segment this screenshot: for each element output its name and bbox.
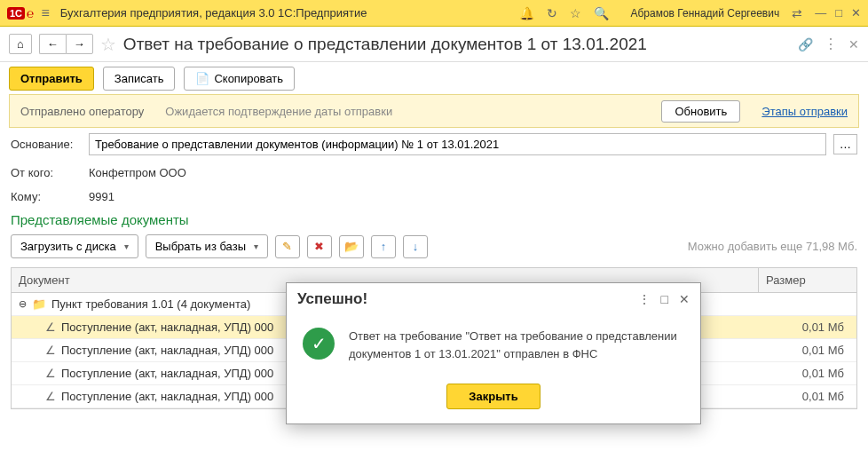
- copy-button[interactable]: 📄Скопировать: [184, 67, 295, 91]
- more-menu-icon[interactable]: ⋮: [820, 36, 841, 52]
- row-size: 0,01 Мб: [761, 367, 849, 380]
- item-icon: ∠: [45, 367, 56, 380]
- user-name[interactable]: Абрамов Геннадий Сергеевич: [630, 7, 779, 20]
- basis-picker-button[interactable]: …: [833, 134, 857, 154]
- basis-row: Основание: …: [0, 128, 868, 161]
- item-icon: ∠: [45, 390, 56, 403]
- document-header: ⌂ ← → ☆ Ответ на требование о представле…: [0, 27, 868, 62]
- edit-button[interactable]: ✎: [275, 235, 300, 258]
- arrow-down-icon: ↓: [413, 240, 419, 253]
- copy-label: Скопировать: [214, 72, 283, 85]
- basis-input[interactable]: [89, 133, 826, 155]
- delete-icon: ✖: [314, 240, 324, 253]
- success-dialog: Успешно! ⋮ □ ✕ ✓ Ответ на требование "От…: [286, 282, 701, 424]
- to-row: Кому: 9991: [0, 185, 868, 209]
- success-check-icon: ✓: [303, 328, 335, 360]
- basis-label: Основание:: [11, 138, 82, 151]
- nav-back-button[interactable]: ←: [39, 34, 66, 54]
- move-down-button[interactable]: ↓: [403, 235, 428, 258]
- favorite-star-icon[interactable]: ☆: [100, 34, 116, 55]
- folder-open-icon: 📂: [344, 240, 359, 253]
- save-button[interactable]: Записать: [103, 67, 176, 91]
- open-folder-button[interactable]: 📂: [339, 235, 364, 258]
- arrow-up-icon: ↑: [381, 240, 387, 253]
- item-icon: ∠: [45, 344, 56, 357]
- minimize-button[interactable]: —: [815, 6, 826, 20]
- pencil-icon: ✎: [282, 240, 292, 253]
- row-size: 0,01 Мб: [761, 321, 849, 334]
- copy-icon: 📄: [195, 72, 209, 85]
- titlebar: 1С℮ ≡ Бухгалтерия предприятия, редакция …: [0, 0, 868, 27]
- dialog-message: Ответ на требование "Ответ на требование…: [349, 328, 684, 362]
- col-size[interactable]: Размер: [759, 268, 856, 292]
- row-size: 0,01 Мб: [761, 344, 849, 357]
- delete-button[interactable]: ✖: [307, 235, 332, 258]
- from-value: Конфетпром ООО: [89, 166, 186, 179]
- dialog-maximize-icon[interactable]: □: [661, 292, 668, 306]
- status-waiting: Ожидается подтверждение даты отправки: [165, 105, 640, 118]
- main-toolbar: Отправить Записать 📄Скопировать: [0, 62, 868, 94]
- section-title: Представляемые документы: [0, 209, 868, 231]
- to-value: 9991: [89, 190, 114, 203]
- dialog-menu-icon[interactable]: ⋮: [638, 292, 651, 306]
- row-size: 0,01 Мб: [761, 390, 849, 403]
- close-window-button[interactable]: ✕: [851, 6, 861, 20]
- dialog-close-button[interactable]: Закрыть: [446, 384, 540, 409]
- collapse-icon[interactable]: ⊖: [19, 298, 27, 310]
- dialog-close-icon[interactable]: ✕: [679, 292, 690, 306]
- app-title: Бухгалтерия предприятия, редакция 3.0 1С…: [60, 6, 520, 20]
- close-tab-button[interactable]: ✕: [848, 37, 859, 51]
- status-bar: Отправлено оператору Ожидается подтвержд…: [9, 94, 859, 128]
- link-icon[interactable]: 🔗: [798, 37, 813, 51]
- search-icon[interactable]: 🔍: [594, 6, 609, 20]
- to-label: Кому:: [11, 190, 82, 203]
- bell-icon[interactable]: 🔔: [519, 6, 534, 20]
- move-up-button[interactable]: ↑: [371, 235, 396, 258]
- send-button[interactable]: Отправить: [9, 67, 94, 91]
- dialog-title: Успешно!: [297, 290, 627, 308]
- dialog-header: Успешно! ⋮ □ ✕: [287, 283, 700, 315]
- dialog-body: ✓ Ответ на требование "Ответ на требован…: [287, 315, 700, 375]
- select-from-base-button[interactable]: Выбрать из базы: [146, 234, 268, 258]
- folder-icon: 📁: [32, 297, 46, 311]
- user-menu-icon[interactable]: ⇄: [792, 6, 802, 20]
- load-from-disk-button[interactable]: Загрузить с диска: [11, 234, 138, 258]
- size-hint: Можно добавить еще 71,98 Мб.: [688, 240, 857, 253]
- status-label: Отправлено оператору: [20, 105, 144, 118]
- history-icon[interactable]: ↻: [547, 6, 557, 20]
- refresh-button[interactable]: Обновить: [661, 100, 740, 123]
- documents-toolbar: Загрузить с диска Выбрать из базы ✎ ✖ 📂 …: [0, 231, 868, 262]
- document-title: Ответ на требование о представлении доку…: [123, 35, 791, 54]
- from-row: От кого: Конфетпром ООО: [0, 161, 868, 185]
- app-logo: 1С℮: [7, 6, 34, 20]
- home-button[interactable]: ⌂: [9, 34, 32, 54]
- nav-forward-button[interactable]: →: [66, 34, 93, 54]
- maximize-button[interactable]: □: [835, 6, 842, 20]
- dialog-footer: Закрыть: [287, 375, 700, 423]
- from-label: От кого:: [11, 166, 82, 179]
- star-icon[interactable]: ☆: [570, 6, 581, 20]
- menu-icon[interactable]: ≡: [41, 5, 49, 21]
- item-icon: ∠: [45, 321, 56, 334]
- stages-link[interactable]: Этапы отправки: [761, 105, 848, 118]
